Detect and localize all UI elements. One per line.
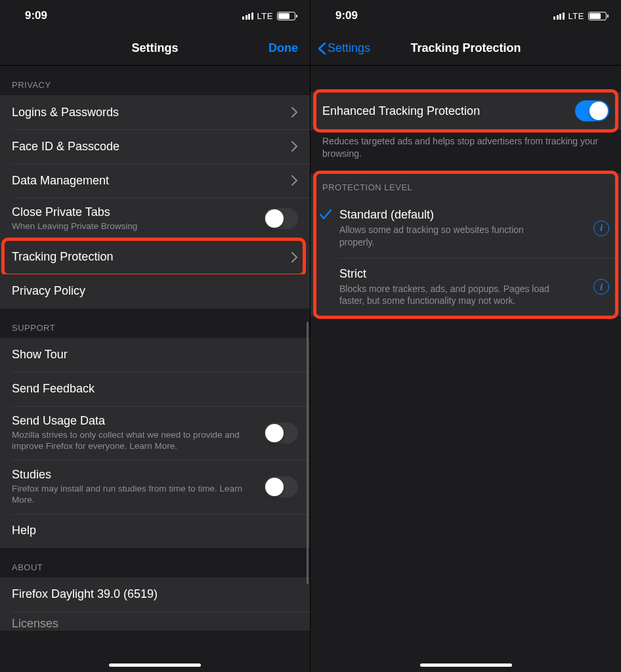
row-firefox-version[interactable]: Firefox Daylight 39.0 (6519) <box>0 578 310 612</box>
battery-icon <box>588 12 607 20</box>
signal-icon <box>242 12 253 20</box>
toggle-close-private-tabs[interactable] <box>264 208 298 229</box>
chevron-right-icon <box>291 107 298 117</box>
row-studies[interactable]: Studies Firefox may install and run stud… <box>0 460 310 514</box>
checkmark-icon <box>320 209 332 222</box>
tracking-protection-screen: 9:09 LTE Settings Tracking Protection En… <box>310 0 621 672</box>
row-show-tour[interactable]: Show Tour <box>0 338 310 372</box>
row-title: Face ID & Passcode <box>12 140 284 154</box>
row-title: Close Private Tabs <box>12 205 256 219</box>
option-standard[interactable]: Standard (default) Allows some ad tracki… <box>310 199 621 258</box>
nav-bar-settings: Settings Done <box>0 32 310 66</box>
option-strict[interactable]: Strict Blocks more trackers, ads, and po… <box>310 258 621 317</box>
row-sub: When Leaving Private Browsing <box>12 220 256 232</box>
chevron-left-icon <box>317 42 326 55</box>
row-title: Privacy Policy <box>12 284 290 298</box>
row-sub: Mozilla strives to only collect what we … <box>12 429 256 452</box>
row-title: Data Management <box>12 174 284 188</box>
chevron-right-icon <box>291 175 298 186</box>
info-icon[interactable]: i <box>593 279 609 295</box>
row-title: Licenses <box>12 617 290 631</box>
signal-icon <box>553 12 565 20</box>
network-label: LTE <box>257 11 273 21</box>
row-title: Firefox Daylight 39.0 (6519) <box>12 587 290 601</box>
row-title: Send Feedback <box>12 382 290 396</box>
row-send-feedback[interactable]: Send Feedback <box>0 372 310 406</box>
status-bar: 9:09 LTE <box>0 0 310 32</box>
status-time: 9:09 <box>25 9 47 22</box>
row-close-private-tabs[interactable]: Close Private Tabs When Leaving Private … <box>0 198 310 240</box>
row-title: Show Tour <box>12 348 290 362</box>
back-label: Settings <box>328 41 370 55</box>
home-indicator[interactable] <box>109 663 201 667</box>
option-title: Standard (default) <box>339 208 609 222</box>
nav-title: Tracking Protection <box>410 41 521 55</box>
row-logins-passwords[interactable]: Logins & Passwords <box>0 95 310 129</box>
row-send-usage-data[interactable]: Send Usage Data Mozilla strives to only … <box>0 406 310 460</box>
etp-footer: Reduces targeted ads and helps stop adve… <box>310 130 621 164</box>
chevron-right-icon <box>291 252 298 262</box>
row-title: Enhanced Tracking Protection <box>322 104 567 118</box>
row-faceid-passcode[interactable]: Face ID & Passcode <box>0 129 310 163</box>
section-header-support: SUPPORT <box>0 308 310 338</box>
option-sub: Blocks more trackers, ads, and popups. P… <box>339 283 549 308</box>
row-title: Send Usage Data <box>12 414 256 428</box>
chevron-right-icon <box>291 141 298 152</box>
section-header-about: ABOUT <box>0 548 310 578</box>
nav-bar-tracking-protection: Settings Tracking Protection <box>310 32 621 66</box>
status-time: 9:09 <box>335 9 358 22</box>
toggle-studies[interactable] <box>264 476 298 497</box>
row-tracking-protection[interactable]: Tracking Protection <box>0 240 310 274</box>
toggle-enhanced-tracking-protection[interactable] <box>575 100 609 121</box>
option-title: Strict <box>339 267 609 281</box>
info-icon[interactable]: i <box>593 220 609 236</box>
section-header-protection-level: PROTECTION LEVEL <box>310 173 621 199</box>
row-data-management[interactable]: Data Management <box>0 163 310 198</box>
row-sub: Firefox may install and run studies from… <box>12 483 256 506</box>
back-button[interactable]: Settings <box>317 41 370 55</box>
row-title: Help <box>12 524 290 537</box>
row-licenses[interactable]: Licenses <box>0 612 310 631</box>
home-indicator[interactable] <box>420 663 512 667</box>
row-privacy-policy[interactable]: Privacy Policy <box>0 274 310 308</box>
row-enhanced-tracking-protection[interactable]: Enhanced Tracking Protection <box>310 92 621 130</box>
row-title: Tracking Protection <box>12 250 284 264</box>
scrollbar[interactable] <box>307 322 309 584</box>
battery-icon <box>277 12 295 20</box>
nav-title: Settings <box>131 41 178 55</box>
status-indicators: LTE <box>553 11 607 21</box>
row-title: Logins & Passwords <box>12 106 284 119</box>
toggle-send-usage-data[interactable] <box>264 423 298 444</box>
row-help[interactable]: Help <box>0 514 310 548</box>
row-title: Studies <box>12 468 256 482</box>
settings-screen: 9:09 LTE Settings Done PRIVACY Logins & … <box>0 0 310 672</box>
done-button[interactable]: Done <box>268 41 298 55</box>
option-sub: Allows some ad tracking so websites func… <box>339 224 549 249</box>
network-label: LTE <box>568 11 584 21</box>
status-bar: 9:09 LTE <box>310 0 621 32</box>
status-indicators: LTE <box>242 11 295 21</box>
section-header-privacy: PRIVACY <box>0 66 310 95</box>
